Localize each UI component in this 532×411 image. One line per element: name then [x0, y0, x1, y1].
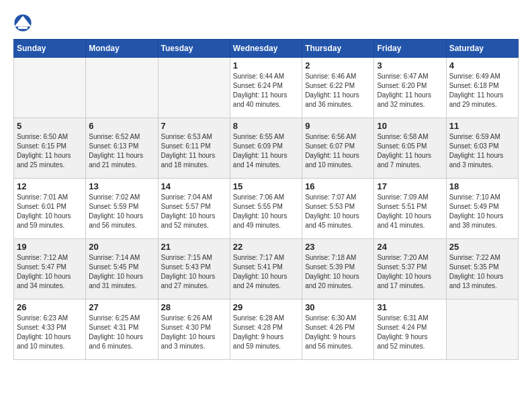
- calendar-day-cell: 19Sunrise: 7:12 AMSunset: 5:47 PMDayligh…: [14, 239, 86, 300]
- day-number: 6: [89, 121, 154, 131]
- calendar-day-cell: 3Sunrise: 6:47 AMSunset: 6:20 PMDaylight…: [374, 58, 446, 118]
- day-number: 22: [233, 242, 299, 252]
- weekday-header: Sunday: [14, 40, 86, 58]
- day-info: Sunrise: 7:14 AMSunset: 5:45 PMDaylight:…: [89, 253, 154, 291]
- weekday-header: Thursday: [302, 40, 374, 58]
- weekday-header: Saturday: [446, 40, 518, 58]
- day-number: 12: [17, 181, 83, 191]
- day-number: 3: [377, 60, 443, 71]
- calendar-day-cell: 9Sunrise: 6:56 AMSunset: 6:07 PMDaylight…: [302, 118, 374, 179]
- calendar-week-row: 12Sunrise: 7:01 AMSunset: 6:01 PMDayligh…: [14, 179, 519, 239]
- day-info: Sunrise: 6:55 AMSunset: 6:09 PMDaylight:…: [233, 132, 299, 170]
- weekday-header: Tuesday: [158, 40, 230, 58]
- day-info: Sunrise: 7:12 AMSunset: 5:47 PMDaylight:…: [17, 253, 83, 291]
- calendar-day-cell: 23Sunrise: 7:18 AMSunset: 5:39 PMDayligh…: [302, 239, 374, 300]
- calendar-day-cell: 15Sunrise: 7:06 AMSunset: 5:55 PMDayligh…: [230, 179, 302, 239]
- calendar-day-cell: [446, 300, 518, 360]
- day-number: 30: [305, 302, 371, 312]
- day-number: 16: [305, 181, 371, 191]
- day-info: Sunrise: 6:58 AMSunset: 6:05 PMDaylight:…: [377, 132, 443, 170]
- calendar-day-cell: 6Sunrise: 6:52 AMSunset: 6:13 PMDaylight…: [86, 118, 158, 179]
- day-info: Sunrise: 7:18 AMSunset: 5:39 PMDaylight:…: [305, 253, 371, 291]
- day-number: 8: [233, 121, 299, 131]
- day-info: Sunrise: 7:07 AMSunset: 5:53 PMDaylight:…: [305, 193, 371, 230]
- day-number: 18: [449, 181, 515, 191]
- day-number: 27: [89, 302, 154, 312]
- calendar-table: SundayMondayTuesdayWednesdayThursdayFrid…: [13, 39, 519, 360]
- day-number: 14: [161, 181, 227, 191]
- day-number: 31: [377, 302, 443, 312]
- calendar-header-row: SundayMondayTuesdayWednesdayThursdayFrid…: [14, 40, 519, 58]
- page-header: [13, 13, 519, 32]
- weekday-header: Monday: [86, 40, 158, 58]
- calendar-day-cell: 24Sunrise: 7:20 AMSunset: 5:37 PMDayligh…: [374, 239, 446, 300]
- day-number: 2: [305, 60, 371, 71]
- calendar-week-row: 19Sunrise: 7:12 AMSunset: 5:47 PMDayligh…: [14, 239, 519, 300]
- calendar-day-cell: [158, 58, 230, 118]
- day-number: 9: [305, 121, 371, 131]
- day-number: 25: [449, 242, 515, 252]
- day-number: 21: [161, 242, 227, 252]
- calendar-day-cell: 14Sunrise: 7:04 AMSunset: 5:57 PMDayligh…: [158, 179, 230, 239]
- calendar-day-cell: 30Sunrise: 6:30 AMSunset: 4:26 PMDayligh…: [302, 300, 374, 360]
- day-number: 20: [89, 242, 154, 252]
- calendar-day-cell: 27Sunrise: 6:25 AMSunset: 4:31 PMDayligh…: [86, 300, 158, 360]
- day-info: Sunrise: 6:50 AMSunset: 6:15 PMDaylight:…: [17, 132, 83, 170]
- calendar-day-cell: 18Sunrise: 7:10 AMSunset: 5:49 PMDayligh…: [446, 179, 518, 239]
- calendar-day-cell: 20Sunrise: 7:14 AMSunset: 5:45 PMDayligh…: [86, 239, 158, 300]
- day-info: Sunrise: 7:02 AMSunset: 5:59 PMDaylight:…: [89, 193, 154, 230]
- day-info: Sunrise: 6:52 AMSunset: 6:13 PMDaylight:…: [89, 132, 154, 170]
- calendar-day-cell: 29Sunrise: 6:28 AMSunset: 4:28 PMDayligh…: [230, 300, 302, 360]
- calendar-day-cell: 11Sunrise: 6:59 AMSunset: 6:03 PMDayligh…: [446, 118, 518, 179]
- day-number: 1: [233, 60, 299, 71]
- day-info: Sunrise: 7:22 AMSunset: 5:35 PMDaylight:…: [449, 253, 515, 291]
- day-info: Sunrise: 6:59 AMSunset: 6:03 PMDaylight:…: [449, 132, 515, 170]
- day-info: Sunrise: 6:47 AMSunset: 6:20 PMDaylight:…: [377, 72, 443, 109]
- day-info: Sunrise: 6:25 AMSunset: 4:31 PMDaylight:…: [89, 314, 154, 351]
- calendar-week-row: 26Sunrise: 6:23 AMSunset: 4:33 PMDayligh…: [14, 300, 519, 360]
- calendar-week-row: 1Sunrise: 6:44 AMSunset: 6:24 PMDaylight…: [14, 58, 519, 118]
- day-info: Sunrise: 6:26 AMSunset: 4:30 PMDaylight:…: [161, 314, 227, 351]
- day-info: Sunrise: 6:23 AMSunset: 4:33 PMDaylight:…: [17, 314, 83, 351]
- day-info: Sunrise: 6:44 AMSunset: 6:24 PMDaylight:…: [233, 72, 299, 109]
- day-info: Sunrise: 7:06 AMSunset: 5:55 PMDaylight:…: [233, 193, 299, 230]
- day-info: Sunrise: 6:30 AMSunset: 4:26 PMDaylight:…: [305, 314, 371, 351]
- day-number: 23: [305, 242, 371, 252]
- day-info: Sunrise: 6:28 AMSunset: 4:28 PMDaylight:…: [233, 314, 299, 351]
- day-info: Sunrise: 7:17 AMSunset: 5:41 PMDaylight:…: [233, 253, 299, 291]
- calendar-day-cell: 13Sunrise: 7:02 AMSunset: 5:59 PMDayligh…: [86, 179, 158, 239]
- day-info: Sunrise: 6:31 AMSunset: 4:24 PMDaylight:…: [377, 314, 443, 351]
- calendar-day-cell: 28Sunrise: 6:26 AMSunset: 4:30 PMDayligh…: [158, 300, 230, 360]
- day-info: Sunrise: 6:46 AMSunset: 6:22 PMDaylight:…: [305, 72, 371, 109]
- day-info: Sunrise: 7:01 AMSunset: 6:01 PMDaylight:…: [17, 193, 83, 230]
- calendar-day-cell: 4Sunrise: 6:49 AMSunset: 6:18 PMDaylight…: [446, 58, 518, 118]
- calendar-day-cell: 5Sunrise: 6:50 AMSunset: 6:15 PMDaylight…: [14, 118, 86, 179]
- calendar-day-cell: 2Sunrise: 6:46 AMSunset: 6:22 PMDaylight…: [302, 58, 374, 118]
- day-info: Sunrise: 7:20 AMSunset: 5:37 PMDaylight:…: [377, 253, 443, 291]
- calendar-day-cell: 21Sunrise: 7:15 AMSunset: 5:43 PMDayligh…: [158, 239, 230, 300]
- day-info: Sunrise: 7:15 AMSunset: 5:43 PMDaylight:…: [161, 253, 227, 291]
- day-number: 10: [377, 121, 443, 131]
- day-number: 5: [17, 121, 83, 131]
- calendar-day-cell: 10Sunrise: 6:58 AMSunset: 6:05 PMDayligh…: [374, 118, 446, 179]
- day-number: 26: [17, 302, 83, 312]
- calendar-day-cell: 31Sunrise: 6:31 AMSunset: 4:24 PMDayligh…: [374, 300, 446, 360]
- day-info: Sunrise: 7:10 AMSunset: 5:49 PMDaylight:…: [449, 193, 515, 230]
- calendar-day-cell: [86, 58, 158, 118]
- day-info: Sunrise: 6:49 AMSunset: 6:18 PMDaylight:…: [449, 72, 515, 109]
- day-number: 29: [233, 302, 299, 312]
- calendar-day-cell: [14, 58, 86, 118]
- day-info: Sunrise: 6:53 AMSunset: 6:11 PMDaylight:…: [161, 132, 227, 170]
- day-number: 28: [161, 302, 227, 312]
- logo-icon: [13, 13, 32, 32]
- day-number: 15: [233, 181, 299, 191]
- calendar-day-cell: 26Sunrise: 6:23 AMSunset: 4:33 PMDayligh…: [14, 300, 86, 360]
- day-info: Sunrise: 7:09 AMSunset: 5:51 PMDaylight:…: [377, 193, 443, 230]
- day-number: 7: [161, 121, 227, 131]
- day-number: 4: [449, 60, 515, 71]
- day-info: Sunrise: 6:56 AMSunset: 6:07 PMDaylight:…: [305, 132, 371, 170]
- svg-rect-2: [18, 27, 28, 30]
- weekday-header: Wednesday: [230, 40, 302, 58]
- day-number: 24: [377, 242, 443, 252]
- calendar-day-cell: 25Sunrise: 7:22 AMSunset: 5:35 PMDayligh…: [446, 239, 518, 300]
